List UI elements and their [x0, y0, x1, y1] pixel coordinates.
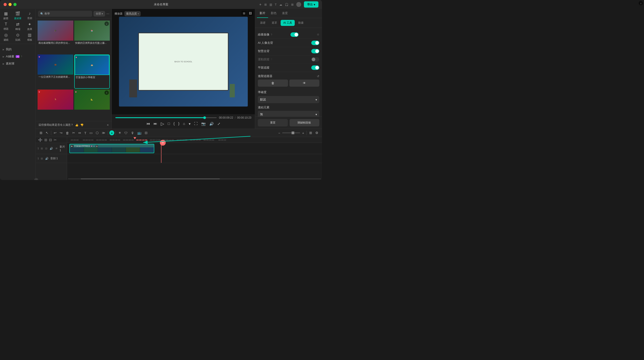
delete-button[interactable]: 🗑 [64, 130, 70, 136]
toolbar-item-media[interactable]: ▦ 媒體 [0, 10, 11, 21]
settings-icon[interactable]: ⚙ [317, 33, 319, 36]
add-clip-button[interactable]: ⊞ [40, 147, 44, 151]
toolbar-item-template[interactable]: ▥ 模板 [24, 32, 35, 42]
subtab-mask[interactable]: 遮罩 [269, 20, 280, 26]
filter-button[interactable]: 全部 ▾ [94, 11, 105, 16]
text-tool-button[interactable]: T [83, 130, 88, 136]
screen-record-button[interactable]: 📺 [136, 130, 143, 136]
toolbar-item-library[interactable]: 🎬 素材庫 [12, 10, 23, 21]
cloud-icon[interactable]: ☁ [279, 3, 282, 6]
reset-tracker-icon[interactable]: ↺ [317, 75, 319, 78]
sidebar-item-mine[interactable]: ▶ 我的 [0, 46, 36, 53]
add-video-button[interactable]: ⊞ [44, 137, 48, 143]
audio-button[interactable]: 🔊 [209, 121, 214, 126]
accuracy-select[interactable]: 默認 ▾ [258, 96, 319, 103]
mic-button[interactable]: 🎙 [130, 130, 135, 136]
feedback-close-button[interactable]: ✕ [107, 124, 109, 127]
toggle-greenscreen[interactable] [290, 32, 298, 37]
add-media-button[interactable]: ⊟ [45, 147, 48, 151]
tracker-eye-button[interactable]: 👁 [289, 79, 320, 87]
crop-button[interactable]: ⤢ [217, 121, 221, 126]
audio-volume-button[interactable]: 🔊 [45, 157, 49, 161]
progress-track[interactable] [116, 117, 217, 118]
add-track-button[interactable]: ➕ [38, 137, 43, 143]
tab-speed[interactable]: 速度 [279, 9, 290, 18]
scrollbar-thumb[interactable] [81, 179, 220, 179]
zoom-slider[interactable] [282, 132, 300, 133]
subtab-ai-tools[interactable]: AI 工具 [281, 20, 295, 26]
mask-button[interactable]: ▭ [88, 130, 94, 136]
media-icon[interactable]: ⊞ [264, 3, 267, 6]
toggle-plane[interactable] [311, 65, 319, 70]
list-item[interactable]: 🎓 ↓ 兩名戴著醫用口罩的學生站... [38, 20, 73, 54]
screen-icon[interactable]: ▥ [270, 3, 272, 6]
fullscreen-button[interactable] [14, 3, 16, 6]
add-audio-button[interactable]: ⊟ [48, 137, 52, 143]
toolbar-item-transition[interactable]: ⇄ 轉場 [12, 21, 23, 32]
timeline-settings-button[interactable]: ⚙ [314, 130, 319, 136]
keyframe-button[interactable]: 關鍵幀面板 [290, 119, 320, 126]
list-item[interactable]: 🏫 ♥ 空蕩蕩的小學教室 [74, 54, 110, 88]
zoom-out-button[interactable]: − [277, 130, 281, 136]
tab-video[interactable]: 影片 [257, 9, 268, 18]
toggle-ai-portrait[interactable] [311, 41, 319, 45]
quality-selector[interactable]: 最高品質 ▾ [124, 11, 141, 16]
connect-select[interactable]: 無 ▾ [258, 111, 319, 117]
undo-button[interactable]: ↩ [52, 130, 58, 136]
toolbar-item-sticker[interactable]: ⊙ 貼紙 [12, 32, 23, 42]
close-button[interactable] [4, 3, 7, 6]
list-item[interactable]: 💼 ♥ 一位亞洲男子正在創建商業... [38, 54, 73, 88]
play-button[interactable]: ▷ [160, 121, 164, 127]
eye-button[interactable]: 👁 [55, 147, 58, 151]
tracker-delete-button[interactable]: 🗑 [258, 79, 288, 87]
toolbar-item-effect[interactable]: ✦ 效果 [24, 21, 35, 32]
mark-in-button[interactable]: { [173, 121, 175, 126]
headphone-icon[interactable]: 🎧 [285, 3, 288, 6]
stop-button[interactable]: □ [167, 121, 170, 126]
minimize-button[interactable] [8, 3, 12, 6]
volume-button[interactable]: 🔊 [49, 147, 54, 151]
reset-button[interactable]: 重置 [258, 119, 288, 126]
cut-button[interactable]: ✂ [71, 130, 76, 136]
crop-tool-button[interactable]: ⇔ [77, 130, 82, 136]
avatar[interactable] [296, 2, 301, 7]
list-item[interactable]: 🪑 ♥ [38, 90, 73, 119]
more-tools-button[interactable]: ≫ [100, 130, 106, 136]
redo-button[interactable]: ↪ [58, 130, 64, 136]
thumbs-up-icon[interactable]: 👍 [75, 124, 78, 127]
split-button[interactable]: ⌂ [182, 121, 186, 126]
text2-button[interactable]: ⊟ [144, 130, 149, 136]
snap-grid-button[interactable]: ⊞ [38, 130, 44, 136]
more-controls-button[interactable]: ▾ [188, 121, 191, 126]
prev-frame-button[interactable]: ⏭ [153, 121, 158, 126]
list-item[interactable]: 📐 ♥ ↓ [74, 90, 110, 119]
rewind-button[interactable]: ⏮ [146, 121, 150, 126]
sidebar-item-library[interactable]: ▶ 素材庫 [0, 60, 36, 67]
photo-view-button[interactable]: 🖼 [248, 11, 253, 16]
grid-icon[interactable]: ⊞ [291, 3, 294, 6]
sun-button[interactable]: ☀ [117, 130, 122, 136]
layout-button[interactable]: ⛶ [194, 121, 198, 126]
scissors-icon[interactable]: ✂ [160, 140, 166, 146]
toolbar-item-title[interactable]: T 標題 [1, 21, 12, 32]
zoom-in-button[interactable]: + [301, 130, 305, 136]
timeline-scrollbar[interactable] [67, 178, 322, 180]
export-button[interactable]: 導出 ▾ [304, 1, 318, 7]
toggle-smart-remove[interactable] [311, 49, 319, 53]
snap-indicator[interactable]: ● [109, 130, 114, 135]
toolbar-item-filter[interactable]: ◎ 濾鏡 [1, 32, 12, 42]
grid-settings-button[interactable]: ⊞ [308, 130, 313, 136]
toolbar-item-audio[interactable]: ♪ 音頻 [24, 10, 35, 21]
thumbs-down-icon[interactable]: 👎 [80, 124, 84, 127]
list-item[interactable]: 📚 ↓ 快樂的亞洲男孩在托盤上藤... [74, 20, 110, 54]
paint-button[interactable]: ⬡ [94, 130, 100, 136]
video-clip[interactable]: ▶ 空蕩蕩的學學教室 ❤ ✂ ⊞ [69, 144, 154, 153]
subtab-animation[interactable]: 動畫 [296, 20, 306, 26]
more-button[interactable]: ··· [106, 12, 109, 16]
grid-view-button[interactable]: ⊞ [242, 11, 247, 16]
audio-add-button[interactable]: ⊞ [40, 157, 44, 161]
shield-button[interactable]: 🛡 [123, 130, 129, 136]
mark-out-button[interactable]: } [178, 121, 180, 126]
search-input-container[interactable]: 🔍 教學 [38, 11, 92, 17]
select-button[interactable]: ↖ [44, 130, 50, 136]
